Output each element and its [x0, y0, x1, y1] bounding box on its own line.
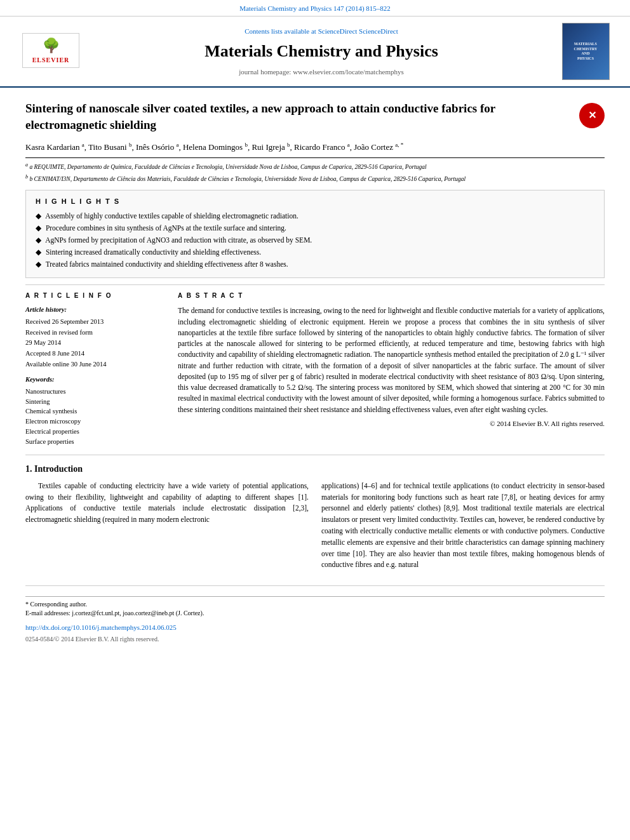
history-accepted: Accepted 8 June 2014 [25, 349, 165, 359]
highlight-2: ◆ Procedure combines in situ synthesis o… [36, 223, 594, 233]
banner-right: MATERIALSCHEMISTRYANDPHYSICS [554, 23, 617, 80]
affiliation-b: b b CENIMAT/I3N, Departamento de Ciência… [25, 173, 605, 183]
section1-number: 1. [25, 464, 32, 474]
section1-label: Introduction [34, 464, 83, 474]
bullet-icon-2: ◆ [36, 224, 41, 232]
main-content: Sintering of nanoscale silver coated tex… [0, 88, 630, 656]
keyword-5: Electrical properties [25, 427, 165, 437]
intro-paragraph-1: Textiles capable of conducting electrici… [25, 481, 309, 526]
sciencedirect-text: Contents lists available at ScienceDirec… [89, 27, 554, 36]
bullet-icon-5: ◆ [36, 260, 41, 268]
journal-cover-image: MATERIALSCHEMISTRYANDPHYSICS [562, 23, 610, 80]
intro-body-columns: Textiles capable of conducting electrici… [25, 481, 605, 577]
intro-left-col: Textiles capable of conducting electrici… [25, 481, 309, 577]
history-revised-label: Received in revised form [25, 328, 165, 338]
affiliations-section: a a REQUIMTE, Departamento de Química, F… [25, 157, 605, 184]
elsevier-logo: 🌳 ELSEVIER [22, 33, 79, 68]
keyword-2: Sintering [25, 397, 165, 407]
abstract-column: A B S T R A C T The demand for conductiv… [178, 291, 605, 447]
highlights-title: H I G H L I G H T S [36, 197, 594, 206]
crossmark-badge: ✕ [579, 103, 605, 128]
bullet-icon-4: ◆ [36, 248, 41, 256]
history-received: Received 26 September 2013 [25, 317, 165, 327]
article-title-section: Sintering of nanoscale silver coated tex… [25, 94, 605, 133]
intro-right-col: applications) [4–6] and for technical te… [321, 481, 605, 577]
banner-center: Contents lists available at ScienceDirec… [89, 27, 554, 77]
affiliation-a: a a REQUIMTE, Departamento de Química, F… [25, 161, 605, 171]
article-info-heading: A R T I C L E I N F O [25, 291, 165, 300]
email-label: E-mail addresses: [25, 610, 70, 617]
keyword-1: Nanostructures [25, 387, 165, 397]
banner-left: 🌳 ELSEVIER [13, 33, 89, 70]
keyword-6: Surface properties [25, 437, 165, 447]
crossmark-icon: ✕ [588, 109, 596, 123]
journal-homepage: journal homepage: www.elsevier.com/locat… [89, 67, 554, 77]
abstract-text: The demand for conductive textiles is in… [178, 305, 605, 415]
journal-top-bar: Materials Chemistry and Physics 147 (201… [0, 0, 630, 17]
copyright-notice: © 2014 Elsevier B.V. All rights reserved… [178, 419, 605, 429]
highlights-section: H I G H L I G H T S ◆ Assembly of highly… [25, 190, 605, 278]
sciencedirect-link[interactable]: ScienceDirect [359, 27, 398, 35]
footer-copyright: 0254-0584/© 2014 Elsevier B.V. All right… [25, 635, 605, 644]
article-footer: * Corresponding author. E-mail addresses… [25, 585, 605, 643]
history-label: Article history: [25, 305, 165, 315]
article-info-abstract-section: A R T I C L E I N F O Article history: R… [25, 284, 605, 447]
intro-paragraph-2: applications) [4–6] and for technical te… [321, 481, 605, 571]
journal-banner: 🌳 ELSEVIER Contents lists available at S… [0, 17, 630, 88]
section1-title: 1. Introduction [25, 463, 605, 476]
corresponding-label: * Corresponding author. [25, 601, 87, 608]
introduction-section: 1. Introduction Textiles capable of cond… [25, 463, 605, 576]
elsevier-brand-text: ELSEVIER [32, 56, 70, 65]
doi-link[interactable]: http://dx.doi.org/10.1016/j.matchemphys.… [25, 623, 177, 631]
journal-title: Materials Chemistry and Physics [89, 40, 554, 63]
highlight-3: ◆ AgNPs formed by precipitation of AgNO3… [36, 235, 594, 245]
authors-line: Kasra Kardarian a, Tito Busani b, Inês O… [25, 141, 605, 154]
highlight-1: ◆ Assembly of highly conductive textiles… [36, 211, 594, 221]
content-divider [25, 455, 605, 455]
history-online: Available online 30 June 2014 [25, 360, 165, 370]
abstract-heading: A B S T R A C T [178, 291, 605, 300]
keyword-4: Electron microscopy [25, 417, 165, 427]
bullet-icon-1: ◆ [36, 212, 41, 220]
history-revised-date: 29 May 2014 [25, 338, 165, 348]
journal-citation: Materials Chemistry and Physics 147 (201… [239, 4, 391, 12]
highlight-5: ◆ Treated fabrics maintained conductivit… [36, 259, 594, 269]
highlight-4: ◆ Sintering increased dramatically condu… [36, 247, 594, 257]
bullet-icon-3: ◆ [36, 236, 41, 244]
article-title: Sintering of nanoscale silver coated tex… [25, 100, 570, 133]
elsevier-tree-icon: 🌳 [43, 36, 60, 56]
email-addresses: j.cortez@fct.unl.pt, joao.cortez@ineb.pt… [72, 610, 204, 617]
keyword-3: Chemical synthesis [25, 407, 165, 417]
keywords-label: Keywords: [25, 375, 165, 385]
cover-title-text: MATERIALSCHEMISTRYANDPHYSICS [574, 42, 598, 62]
article-info-column: A R T I C L E I N F O Article history: R… [25, 291, 165, 447]
corresponding-note: * Corresponding author. E-mail addresses… [25, 596, 605, 618]
